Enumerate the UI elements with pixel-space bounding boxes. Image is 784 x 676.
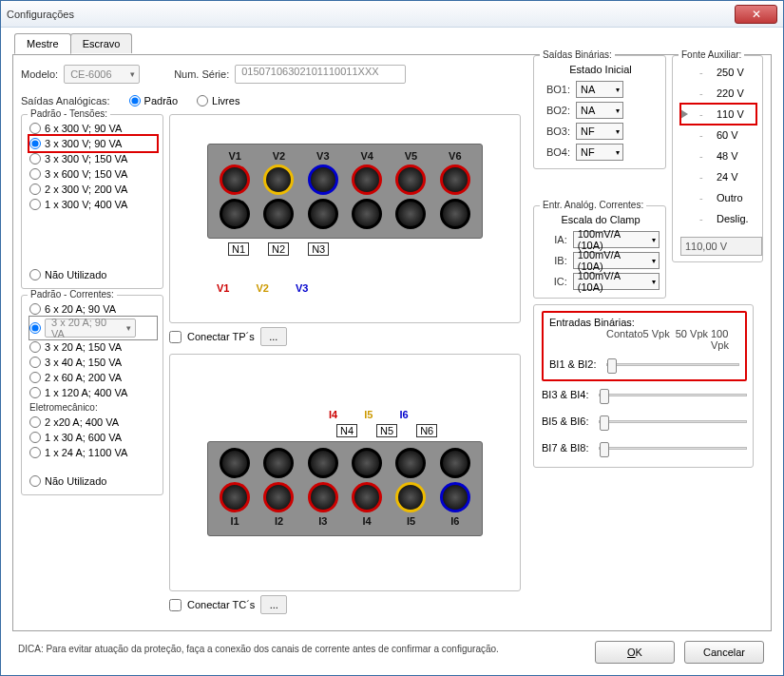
radio-tensoes-3[interactable]: 3 x 600 V; 150 VA	[29, 166, 157, 182]
bi12-slider[interactable]	[606, 363, 739, 366]
radio-corr-2[interactable]: 3 x 20 A; 150 VA	[29, 339, 157, 355]
aux-value-field[interactable]: 110,00 V	[680, 237, 762, 256]
correntes-fieldset: Padrão - Correntes: 6 x 20 A; 90 VA 3 x …	[21, 295, 163, 495]
radio-tensoes-5[interactable]: 1 x 300 V; 400 VA	[29, 197, 157, 212]
hint-text: DICA: Para evitar atuação da proteção, f…	[18, 644, 499, 654]
radio-corr-3[interactable]: 3 x 40 A; 150 VA	[29, 355, 157, 370]
radio-corr-0[interactable]: 6 x 20 A; 90 VA	[29, 301, 157, 317]
radio-corr-4[interactable]: 2 x 60 A; 200 VA	[29, 370, 157, 385]
bo1-select[interactable]: NA	[576, 81, 623, 98]
ia-select[interactable]: 100mV/A (10A)	[573, 231, 660, 248]
ok-button[interactable]: OK	[595, 641, 675, 664]
bo4-select[interactable]: NF	[576, 144, 623, 161]
tab-mestre[interactable]: Mestre	[14, 33, 71, 54]
aux-48v[interactable]: -48 V	[680, 145, 756, 166]
aux-220v[interactable]: -220 V	[680, 83, 756, 104]
titlebar: Configurações ✕	[1, 1, 783, 28]
serial-field[interactable]: 01507106302101110011XXX	[235, 65, 406, 84]
radio-corr-nao[interactable]: Não Utilizado	[29, 473, 157, 489]
bi34-slider[interactable]	[599, 394, 747, 396]
aux-110v[interactable]: -110 V	[680, 104, 756, 125]
radio-tensoes-2[interactable]: 3 x 300 V; 150 VA	[29, 151, 157, 166]
bo3-select[interactable]: NF	[576, 123, 623, 140]
ic-select[interactable]: 100mV/A (10A)	[573, 273, 660, 290]
ib-select[interactable]: 100mV/A (10A)	[573, 252, 660, 269]
radio-ele-1[interactable]: 1 x 30 A; 600 VA	[29, 430, 157, 445]
aux-60v[interactable]: -60 V	[680, 125, 756, 145]
model-combo[interactable]: CE-6006	[64, 65, 140, 84]
conectar-tc-checkbox[interactable]	[169, 599, 182, 611]
conectar-tp-checkbox[interactable]	[169, 331, 182, 343]
aux-250v[interactable]: -250 V	[680, 62, 756, 83]
close-button[interactable]: ✕	[735, 5, 777, 24]
bo2-select[interactable]: NA	[576, 102, 623, 119]
tab-escravo[interactable]: Escravo	[70, 33, 133, 53]
tp-ellipsis-button[interactable]: ...	[260, 327, 287, 346]
radio-ele-0[interactable]: 2 x20 A; 400 VA	[29, 415, 157, 430]
conectar-tp-label: Conectar TP´s	[187, 331, 255, 342]
radio-corr-1[interactable]: 3 x 20 A; 90 VA	[29, 317, 157, 339]
bi56-slider[interactable]	[599, 420, 747, 423]
entradas-binarias-fieldset: Entradas Binárias: Contato5 Vpk50 Vpk100…	[533, 304, 754, 468]
bi78-slider[interactable]	[599, 447, 747, 450]
voltage-diagram: V1V2V3V4V5V6 N1N2N3 V1V2V3	[169, 114, 521, 323]
cancel-button[interactable]: Cancelar	[684, 641, 764, 664]
tc-ellipsis-button[interactable]: ...	[260, 595, 287, 614]
aux-24v[interactable]: -24 V	[680, 166, 756, 187]
fonte-auxiliar-fieldset: Fonte Auxiliar: -250 V -220 V -110 V -60…	[672, 55, 763, 262]
radio-tensoes-nao[interactable]: Não Utilizado	[29, 267, 157, 282]
radio-livres[interactable]: Livres	[197, 93, 239, 108]
radio-tensoes-1[interactable]: 3 x 300 V; 90 VA	[29, 136, 157, 151]
radio-ele-2[interactable]: 1 x 24 A; 1100 VA	[29, 445, 157, 460]
aux-deslig[interactable]: -Deslig.	[680, 208, 756, 229]
serial-label: Num. Série:	[174, 68, 229, 80]
tensoes-fieldset: Padrão - Tensões: 6 x 300 V; 90 VA 3 x 3…	[21, 114, 163, 289]
entr-analog-fieldset: Entr. Analóg. Correntes: Escala do Clamp…	[533, 205, 666, 299]
aux-outro[interactable]: -Outro	[680, 187, 756, 208]
conectar-tc-label: Conectar TC´s	[187, 599, 255, 610]
radio-tensoes-4[interactable]: 2 x 300 V; 200 VA	[29, 182, 157, 197]
radio-tensoes-0[interactable]: 6 x 300 V; 90 VA	[29, 121, 157, 136]
saidas-binarias-fieldset: Saídas Binárias: Estado Inicial BO1:NA B…	[533, 55, 666, 169]
radio-padrao[interactable]: Padrão	[129, 93, 178, 108]
radio-corr-5[interactable]: 1 x 120 A; 400 VA	[29, 385, 157, 400]
current-diagram: I4I5I6 N4N5N6 I1I2I3I4I5I6	[169, 354, 521, 591]
window-title: Configurações	[7, 9, 735, 20]
model-label: Modelo:	[21, 68, 58, 80]
